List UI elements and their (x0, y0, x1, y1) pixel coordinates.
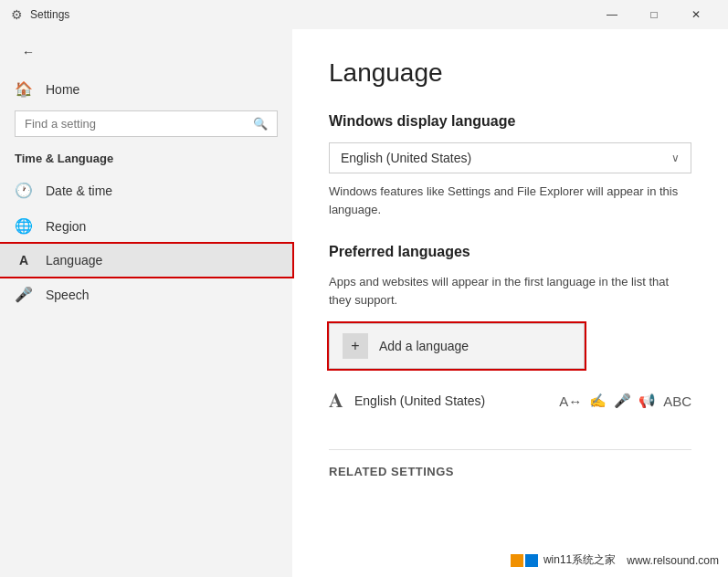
speech-icon: 🎤 (15, 286, 33, 303)
language-row: 𝐀 English (United States) A↔ ✍ 🎤 📢 ABC (329, 382, 691, 420)
search-icon: 🔍 (253, 117, 268, 131)
language-row-actions: A↔ ✍ 🎤 📢 ABC (559, 393, 691, 409)
plus-icon: + (343, 333, 368, 359)
watermark-logo (511, 554, 538, 567)
sidebar-item-language-label: Language (46, 253, 102, 268)
sidebar-item-language[interactable]: A Language (0, 244, 292, 277)
region-icon: 🌐 (15, 217, 33, 235)
sidebar-item-home[interactable]: 🏠 Home (0, 73, 292, 105)
pref-lang-section-title: Preferred languages (329, 244, 691, 260)
sidebar-item-speech-label: Speech (46, 288, 89, 302)
search-input[interactable] (25, 117, 246, 131)
watermark-text: win11系统之家 (543, 552, 616, 568)
sidebar-item-region-label: Region (46, 219, 86, 234)
add-language-button[interactable]: + Add a language (329, 323, 585, 369)
pref-lang-description: Apps and websites will appear in the fir… (329, 273, 691, 309)
main-container: ← 🏠 Home 🔍 Time & Language 🕐 Date & time… (0, 29, 728, 577)
spelling-icon[interactable]: ABC (663, 393, 691, 409)
sidebar-item-region[interactable]: 🌐 Region (0, 208, 292, 244)
dropdown-arrow-icon: ∨ (671, 152, 680, 164)
speech-action-icon[interactable]: 🎤 (614, 393, 631, 409)
keyboard-icon[interactable]: A↔ (559, 393, 582, 409)
display-language-dropdown[interactable]: English (United States) ∨ (329, 142, 691, 173)
dropdown-value: English (United States) (341, 151, 471, 165)
display-lang-description: Windows features like Settings and File … (329, 183, 691, 218)
sidebar-item-speech[interactable]: 🎤 Speech (0, 277, 292, 312)
watermark: win11系统之家 www.relsound.com (511, 552, 719, 568)
text-to-speech-icon[interactable]: 📢 (638, 393, 656, 409)
watermark-url: www.relsound.com (627, 554, 719, 567)
title-bar: ⚙ Settings — □ ✕ (0, 0, 728, 29)
maximize-button[interactable]: □ (633, 0, 675, 29)
close-button[interactable]: ✕ (675, 0, 717, 29)
sidebar-nav-top: ← (0, 29, 292, 73)
display-lang-section-title: Windows display language (329, 113, 691, 130)
add-language-label: Add a language (379, 339, 469, 353)
handwriting-icon[interactable]: ✍ (589, 393, 607, 409)
title-bar-controls: — □ ✕ (591, 0, 717, 29)
home-label: Home (46, 82, 79, 97)
sidebar-item-date-time[interactable]: 🕐 Date & time (0, 173, 292, 208)
page-title: Language (329, 58, 691, 88)
watermark-square-1 (511, 554, 523, 567)
language-row-icon: 𝐀 (329, 389, 343, 413)
home-icon: 🏠 (15, 80, 33, 98)
title-bar-left: ⚙ Settings (11, 7, 591, 22)
back-button[interactable]: ← (15, 38, 42, 66)
sidebar: ← 🏠 Home 🔍 Time & Language 🕐 Date & time… (0, 29, 292, 577)
related-settings: Related settings (329, 449, 691, 478)
language-row-name: English (United States) (354, 393, 548, 408)
search-box: 🔍 (15, 110, 278, 137)
settings-icon: ⚙ (11, 7, 23, 22)
watermark-square-2 (525, 554, 538, 567)
sidebar-item-date-time-label: Date & time (46, 184, 112, 198)
language-icon: A (15, 253, 33, 268)
title-bar-title: Settings (30, 8, 69, 21)
minimize-button[interactable]: — (591, 0, 633, 29)
content-area: Language Windows display language Englis… (292, 29, 728, 577)
sidebar-section-header: Time & Language (0, 148, 292, 173)
date-time-icon: 🕐 (15, 182, 33, 199)
related-settings-title: Related settings (329, 465, 691, 478)
